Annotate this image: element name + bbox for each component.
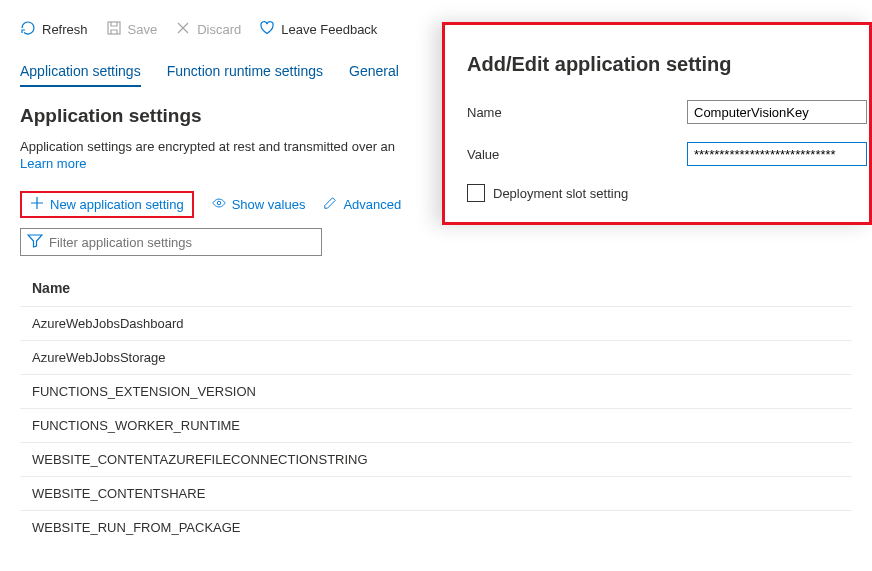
table-row[interactable]: WEBSITE_CONTENTAZUREFILECONNECTIONSTRING — [20, 442, 852, 476]
refresh-label: Refresh — [42, 22, 88, 37]
eye-icon — [212, 196, 226, 213]
heart-icon — [259, 20, 275, 39]
refresh-button[interactable]: Refresh — [20, 20, 88, 39]
filter-box[interactable] — [20, 228, 322, 256]
new-setting-button[interactable]: New application setting — [30, 196, 184, 213]
refresh-icon — [20, 20, 36, 39]
slot-checkbox[interactable] — [467, 184, 485, 202]
filter-input[interactable] — [49, 235, 315, 250]
advanced-button[interactable]: Advanced — [323, 196, 401, 213]
discard-button: Discard — [175, 20, 241, 39]
save-button: Save — [106, 20, 158, 39]
tab-function-runtime[interactable]: Function runtime settings — [167, 63, 323, 87]
table-header-name: Name — [20, 270, 852, 306]
table-row[interactable]: FUNCTIONS_WORKER_RUNTIME — [20, 408, 852, 442]
advanced-label: Advanced — [343, 197, 401, 212]
value-label: Value — [467, 147, 687, 162]
discard-label: Discard — [197, 22, 241, 37]
show-values-button[interactable]: Show values — [212, 196, 306, 213]
table-row[interactable]: FUNCTIONS_EXTENSION_VERSION — [20, 374, 852, 408]
svg-rect-0 — [108, 22, 120, 34]
add-edit-panel: Add/Edit application setting Name Value … — [442, 22, 872, 225]
panel-title: Add/Edit application setting — [467, 53, 869, 76]
save-label: Save — [128, 22, 158, 37]
table-row[interactable]: AzureWebJobsStorage — [20, 340, 852, 374]
pencil-icon — [323, 196, 337, 213]
table-row[interactable]: WEBSITE_CONTENTSHARE — [20, 476, 852, 510]
discard-icon — [175, 20, 191, 39]
svg-point-1 — [217, 201, 221, 205]
tab-general[interactable]: General — [349, 63, 399, 87]
name-label: Name — [467, 105, 687, 120]
filter-icon — [27, 233, 43, 252]
plus-icon — [30, 196, 44, 213]
table-row[interactable]: AzureWebJobsDashboard — [20, 306, 852, 340]
highlight-box: New application setting — [20, 191, 194, 218]
feedback-button[interactable]: Leave Feedback — [259, 20, 377, 39]
value-input[interactable] — [687, 142, 867, 166]
new-setting-label: New application setting — [50, 197, 184, 212]
table-row[interactable]: WEBSITE_RUN_FROM_PACKAGE — [20, 510, 852, 544]
slot-label: Deployment slot setting — [493, 186, 628, 201]
save-icon — [106, 20, 122, 39]
name-input[interactable] — [687, 100, 867, 124]
settings-table: AzureWebJobsDashboardAzureWebJobsStorage… — [20, 306, 852, 544]
tab-application-settings[interactable]: Application settings — [20, 63, 141, 87]
show-values-label: Show values — [232, 197, 306, 212]
feedback-label: Leave Feedback — [281, 22, 377, 37]
